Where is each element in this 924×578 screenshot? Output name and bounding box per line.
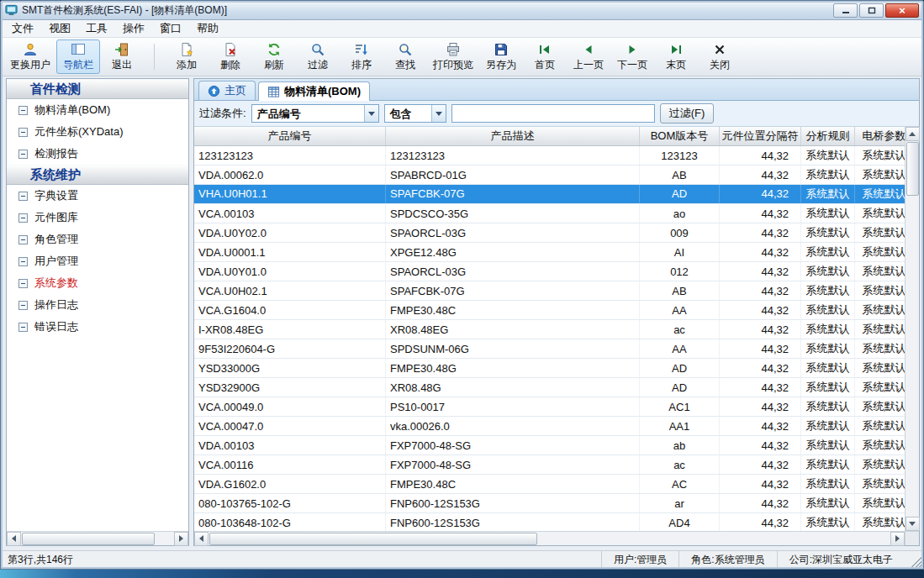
filter-field-select[interactable]: 产品编号 [251,104,379,123]
sidebar-item-xy-data[interactable]: 元件坐标(XYData) [7,121,188,143]
column-header-1[interactable]: 产品描述 [386,127,640,145]
scrollbar-thumb[interactable] [22,533,155,545]
menu-view[interactable]: 视图 [41,19,78,38]
table-row[interactable]: VCA.00049.0PS10-0017AC144,32系统默认系统默认 [194,397,905,417]
sort-icon [354,41,369,57]
scroll-down-icon[interactable] [906,517,920,531]
table-row[interactable]: VDA.U0Y02.0SPAORCL-03G00944,32系统默认系统默认 [194,223,905,243]
table-row[interactable]: VDA.U0Y01.0SPAORCL-03G01244,32系统默认系统默认 [194,262,905,281]
scrollbar-thumb[interactable] [906,142,919,196]
sidebar-item-component-library[interactable]: 元件图库 [7,207,188,229]
title-bar[interactable]: SMT首件检测系统(ES-FAI) - [物料清单(BOM)] × [1,1,923,20]
table-cell: 系统默认 [855,185,905,203]
table-cell: AD4 [640,513,720,531]
filter-operator-select[interactable]: 包含 [384,104,446,123]
filter-apply-button[interactable]: 过滤(F) [660,103,715,123]
scroll-right-icon[interactable] [174,532,188,546]
column-header-4[interactable]: 分析规则 [801,127,855,145]
table-row[interactable]: 080-103765-102-GFNP600-12S153Gar44,32系统默… [194,494,905,513]
table-row[interactable]: YSD33000GFMPE30.48GAD44,32系统默认系统默认 [194,359,905,378]
menu-window[interactable]: 窗口 [152,19,189,38]
sidebar-item-dictionary[interactable]: 字典设置 [7,185,188,207]
sidebar-section-first-article[interactable]: 首件检测 [7,79,188,99]
sidebar-item-bom-list[interactable]: 物料清单(BOM) [7,99,188,121]
table-cell: 系统默认 [855,243,905,261]
column-header-3[interactable]: 元件位置分隔符 [720,127,801,145]
table-cell: 系统默认 [801,223,855,242]
vertical-scrollbar[interactable] [905,127,919,531]
scroll-up-icon[interactable] [906,127,920,141]
table-row[interactable]: 12312312312312312312312344,32系统默认系统默认 [194,146,905,166]
table-cell: 系统默认 [855,223,905,242]
chevron-down-icon[interactable] [364,105,378,122]
sidebar-item-user-mgmt[interactable]: 用户管理 [7,250,188,272]
toolbar-switch-user-button[interactable]: 更换用户 [4,39,56,74]
table-cell: AI [640,243,720,261]
sidebar-item-system-params[interactable]: 系统参数 [7,272,188,294]
table-cell: 009 [640,223,720,242]
column-header-0[interactable]: 产品编号 [194,127,386,145]
toolbar-close-button[interactable]: 关闭 [698,39,742,74]
table-cell: VDA.U0Y02.0 [194,223,386,242]
minimize-button[interactable] [833,3,858,18]
tab-home[interactable]: 主页 [198,81,256,100]
table-cell: AC [640,475,720,493]
toolbar-filter-button[interactable]: 过滤 [296,39,340,74]
menu-operate[interactable]: 操作 [115,19,152,38]
scroll-left-icon[interactable] [194,532,209,546]
toolbar-print-preview-button[interactable]: 打印预览 [427,39,479,74]
table-row[interactable]: VDA.00103FXP7000-48-SGab44,32系统默认系统默认 [194,436,905,455]
sidebar-item-operation-log[interactable]: 操作日志 [7,294,188,316]
table-row[interactable]: I-XR08.48EGXR08.48EGac44,32系统默认系统默认 [194,320,905,339]
table-row[interactable]: VCA.00103SPDCSCO-35Gao44,32系统默认系统默认 [194,204,905,223]
menu-file[interactable]: 文件 [4,19,41,38]
toolbar-last-page-button[interactable]: 末页 [654,39,698,74]
maximize-button[interactable] [859,3,884,18]
table-row[interactable]: VCA.G1604.0FMPE30.48CAA44,32系统默认系统默认 [194,301,905,320]
table-row[interactable]: VCA.U0H02.1SPAFCBK-07GAB44,32系统默认系统默认 [194,281,905,301]
toolbar-exit-button[interactable]: 退出 [100,39,144,74]
table-row[interactable]: VHA.U0H01.1SPAFCBK-07GAD44,32系统默认系统默认 [194,185,905,204]
column-header-5[interactable]: 电桥参数 [855,127,905,145]
toolbar-refresh-button[interactable]: 刷新 [252,39,296,74]
toolbar-save-as-button[interactable]: 另存为 [479,39,523,74]
filter-text-input[interactable] [451,104,655,123]
menu-tools[interactable]: 工具 [78,19,115,38]
table-cell: 系统默认 [855,146,905,165]
table-row[interactable]: VDA.U0001.1XPGE12.48GAI44,32系统默认系统默认 [194,243,905,262]
scroll-left-icon[interactable] [7,532,21,546]
column-header-2[interactable]: BOM版本号 [640,127,720,145]
toolbar-nav-panel-button[interactable]: 导航栏 [56,39,100,74]
table-row[interactable]: VDA.G1602.0FMPE30.48CAC44,32系统默认系统默认 [194,475,905,494]
table-row[interactable]: 9F53I220604-GSPDSUNM-06GAA44,32系统默认系统默认 [194,339,905,359]
sidebar-item-label: 元件图库 [34,210,78,225]
tab-bom[interactable]: 物料清单(BOM) [258,81,370,101]
sidebar-item-role-mgmt[interactable]: 角色管理 [7,229,188,250]
sidebar-item-error-log[interactable]: 错误日志 [7,316,188,338]
resize-grip[interactable] [908,555,921,569]
status-bar: 第3行,共146行 用户:管理员 角色:系统管理员 公司:深圳宝威亚太电子 [1,550,923,569]
scrollbar-thumb[interactable] [209,533,537,545]
menu-help[interactable]: 帮助 [189,19,226,38]
sidebar-section-system-maintenance[interactable]: 系统维护 [7,165,188,185]
close-button[interactable]: × [885,3,919,18]
toolbar-prev-page-button[interactable]: 上一页 [567,39,610,74]
table-row[interactable]: YSD32900GXR08.48GAD44,32系统默认系统默认 [194,378,905,397]
toolbar-next-page-button[interactable]: 下一页 [610,39,654,74]
toolbar-sort-button[interactable]: 排序 [340,39,383,74]
toolbar-delete-button[interactable]: 删除 [209,39,252,74]
chevron-down-icon[interactable] [431,105,446,122]
sidebar-horizontal-scrollbar[interactable] [7,531,188,545]
table-row[interactable]: VCA.00116FXP7000-48-SGac44,32系统默认系统默认 [194,455,905,475]
table-row[interactable]: VDA.00062.0SPABRCD-01GAB44,32系统默认系统默认 [194,166,905,185]
toolbar-find-button[interactable]: 查找 [383,39,427,74]
horizontal-scrollbar[interactable] [194,532,905,545]
table-row[interactable]: 080-103648-102-GFNP600-12S153GAD444,32系统… [194,513,905,531]
toolbar-first-page-button[interactable]: 首页 [523,39,567,74]
status-user: 用户:管理员 [601,551,678,569]
toolbar-add-button[interactable]: 添加 [165,39,209,74]
sidebar-item-inspect-report[interactable]: 检测报告 [7,143,188,165]
scroll-right-icon[interactable] [890,532,905,546]
content-area: 首件检测物料清单(BOM)元件坐标(XYData)检测报告系统维护字典设置元件图… [1,76,923,550]
table-row[interactable]: VCA.00047.0vka.00026.0AA144,32系统默认系统默认 [194,417,905,436]
